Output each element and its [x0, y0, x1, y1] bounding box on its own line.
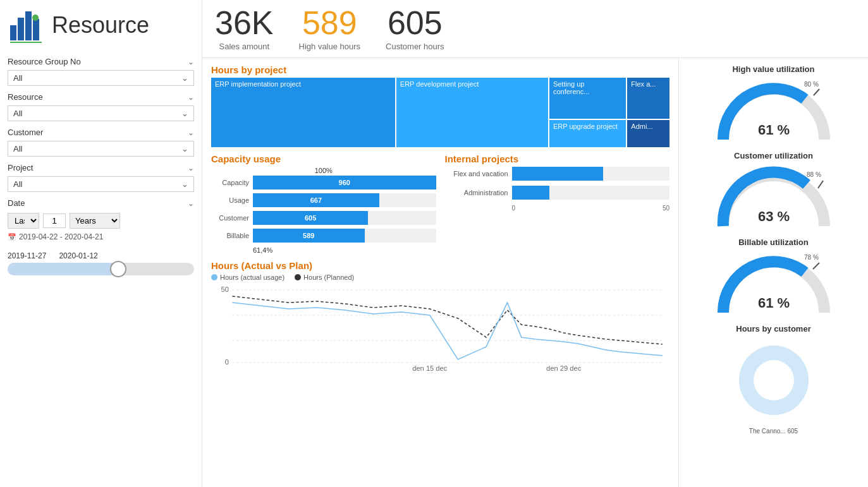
left-panel: Hours by project ERP implementation proj…	[202, 58, 678, 487]
gauge-billable-svg: 78 % 0 % 100 % 61 %	[711, 250, 837, 319]
int-bar-fill-flex	[512, 167, 604, 181]
select-chevron-icon: ⌄	[181, 73, 188, 83]
hours-by-customer-title: Hours by customer	[688, 324, 859, 334]
int-bar-row-flex: Flex and vacation	[445, 167, 670, 181]
date-filter-section: Date ⌄ Last Years Months Days 📅 2019-04-…	[8, 197, 194, 241]
svg-rect-0	[10, 25, 16, 40]
svg-text:61 %: 61 %	[757, 295, 789, 311]
svg-point-4	[32, 15, 39, 21]
cap-bar-row-customer: Customer 605	[211, 211, 436, 225]
treemap-right-col: Setting up conferenc... Flex a... ERP up…	[549, 78, 669, 147]
kpi-high-value: 589	[302, 6, 357, 39]
gauge-customer-svg: 88 % 0 % 100 % 63 %	[711, 163, 837, 232]
cap-bar-label-billable: Billable	[211, 232, 249, 239]
cap-bar-row-billable: Billable 589	[211, 229, 436, 243]
slider-date-start: 2019-11-27	[8, 251, 46, 260]
cap-bar-label-customer: Customer	[211, 214, 249, 222]
date-filter-label[interactable]: Date ⌄	[8, 197, 194, 209]
gauge-customer-title: Customer utilization	[688, 151, 859, 160]
cap-bar-outer-usage: 667	[253, 193, 436, 207]
cap-bar-fill-customer: 605	[253, 211, 368, 225]
kpi-sales-value: 36K	[215, 6, 274, 39]
cap-bar-fill-capacity: 960	[253, 176, 436, 189]
treemap-cell-erp-dev[interactable]: ERP development project	[396, 78, 548, 147]
donut-label: The Canno... 605	[749, 428, 798, 435]
svg-rect-3	[33, 19, 39, 40]
internal-projects-title: Internal projects	[445, 153, 670, 164]
right-panel: High value utilization 80 % 0 % 100 %	[678, 58, 868, 487]
date-preset-num-input[interactable]	[43, 213, 66, 228]
kpi-customer-hours: 605 Customer hours	[386, 6, 444, 51]
gauge-high-value-svg: 80 % 0 % 100 % 61 %	[711, 76, 837, 146]
select-chevron-icon: ⌄	[181, 179, 188, 189]
donut-svg	[730, 336, 818, 424]
select-chevron-icon: ⌄	[181, 144, 188, 153]
date-preset-select[interactable]: Last	[8, 213, 39, 229]
hours-line-chart: 50 0 den 15 dec den 29 dec	[211, 284, 669, 372]
cap-bar-fill-billable: 589	[253, 229, 365, 243]
app-title: Resource	[52, 12, 149, 39]
filter-project-label[interactable]: Project ⌄	[8, 162, 194, 174]
treemap[interactable]: ERP implementation project ERP developme…	[211, 78, 669, 147]
svg-text:63 %: 63 %	[757, 208, 789, 224]
cap-100-label: 100%	[211, 167, 436, 174]
svg-text:0: 0	[225, 359, 229, 366]
kpi-sales-label: Sales amount	[219, 42, 270, 51]
filter-project: Project ⌄ All ⌄	[8, 162, 194, 192]
kpi-high-label: High value hours	[299, 42, 361, 51]
filter-resource-group-label[interactable]: Resource Group No ⌄	[8, 56, 194, 68]
svg-text:80 %: 80 %	[804, 81, 819, 88]
treemap-cell-erp-upg[interactable]: ERP upgrade project	[549, 120, 626, 147]
cap-bar-fill-usage: 667	[253, 193, 379, 207]
gauge-billable: Billable utilization 78 % 0 % 100 % 61 %	[688, 237, 859, 319]
int-bar-label-admin: Administration	[445, 189, 508, 196]
date-preset-unit-select[interactable]: Years Months Days	[70, 213, 120, 229]
filter-resource-group-select[interactable]: All ⌄	[8, 70, 194, 86]
chevron-icon: ⌄	[188, 57, 194, 66]
filter-customer-label[interactable]: Customer ⌄	[8, 126, 194, 138]
gauge-billable-title: Billable utilization	[688, 237, 859, 247]
int-axis: 0 50	[445, 205, 670, 212]
chevron-icon: ⌄	[188, 199, 194, 208]
cap-bar-row-usage: Usage 667	[211, 193, 436, 207]
filter-resource-select[interactable]: All ⌄	[8, 105, 194, 121]
int-bar-outer-flex	[512, 167, 670, 181]
legend-label-actual: Hours (actual usage)	[220, 274, 284, 281]
logo-icon	[8, 6, 46, 44]
svg-line-14	[814, 89, 819, 95]
legend-dot-planned	[295, 274, 301, 280]
filter-resource-label[interactable]: Resource ⌄	[8, 91, 194, 103]
int-bar-outer-admin	[512, 186, 670, 200]
filter-customer-select[interactable]: All ⌄	[8, 141, 194, 157]
internal-chart: Flex and vacation Administration	[445, 167, 670, 212]
filter-resource: Resource ⌄ All ⌄	[8, 91, 194, 121]
chevron-icon: ⌄	[188, 93, 194, 102]
cap-bar-outer-billable: 589	[253, 229, 436, 243]
capacity-chart: 100% Capacity 960 Usage	[211, 167, 436, 254]
filter-project-select[interactable]: All ⌄	[8, 176, 194, 192]
int-bar-label-flex: Flex and vacation	[445, 170, 508, 177]
treemap-label-erp-dev: ERP development project	[400, 80, 544, 88]
hours-by-project-title: Hours by project	[211, 64, 669, 75]
gauge-high-value-wrap: 80 % 0 % 100 % 61 %	[711, 76, 837, 146]
cap-bar-label-usage: Usage	[211, 196, 249, 204]
treemap-cell-flex[interactable]: Flex a...	[627, 78, 669, 119]
filter-customer: Customer ⌄ All ⌄	[8, 126, 194, 157]
cap-bar-outer-customer: 605	[253, 211, 436, 225]
date-slider-track[interactable]	[8, 263, 194, 275]
svg-rect-2	[25, 11, 32, 40]
hours-by-customer-section: Hours by customer The Canno... 605	[688, 324, 859, 424]
treemap-cell-admi[interactable]: Admi...	[627, 120, 669, 147]
legend-actual: Hours (actual usage)	[211, 274, 284, 281]
slider-thumb[interactable]	[110, 261, 126, 277]
treemap-cell-conf[interactable]: Setting up conferenc...	[549, 78, 626, 119]
svg-rect-1	[18, 18, 24, 40]
slider-date-end: 2020-01-12	[59, 251, 97, 260]
int-bar-row-admin: Administration	[445, 186, 670, 200]
gauge-high-value-title: High value utilization	[688, 64, 859, 74]
cap-bar-label-capacity: Capacity	[211, 179, 249, 186]
treemap-cell-erp-impl[interactable]: ERP implementation project	[211, 78, 395, 147]
line-chart-section: Hours (Actual vs Plan) Hours (actual usa…	[211, 260, 669, 481]
svg-point-30	[754, 360, 794, 400]
cap-bar-row-capacity: Capacity 960	[211, 176, 436, 189]
